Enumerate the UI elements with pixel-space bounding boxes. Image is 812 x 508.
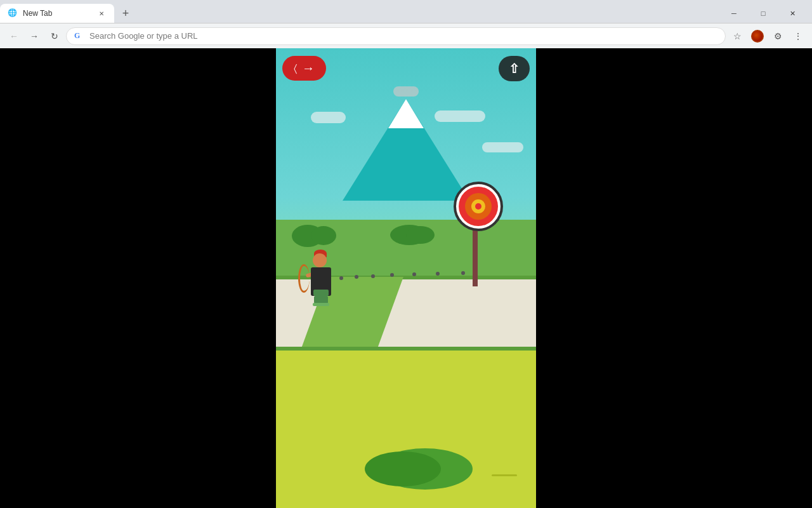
cloud-1 (311, 112, 346, 123)
bottom-line-decoration (492, 474, 517, 476)
tab-favicon: 🌐 (8, 8, 18, 18)
trajectory-dot-4 (371, 274, 375, 278)
mountain-snow (388, 99, 424, 128)
archer-body (311, 267, 331, 296)
tab-bar: 🌐 New Tab ✕ + ─ □ ✕ (0, 0, 812, 23)
distance-bar (393, 86, 419, 97)
up-indicator-button[interactable]: ⇧ (499, 56, 530, 81)
bush-2 (311, 226, 336, 245)
active-tab[interactable]: 🌐 New Tab ✕ (0, 4, 114, 23)
target-center (475, 203, 481, 210)
minimize-button[interactable]: ─ (719, 4, 749, 23)
toolbar: ← → ↻ G Search Google or type a URL ☆ ⚙ … (0, 23, 812, 48)
trajectory-dot-5 (390, 273, 394, 277)
trajectory-dot-7 (436, 272, 440, 276)
trajectory-dot-3 (355, 275, 358, 279)
arrow-indicator-button[interactable]: 〈 → (282, 56, 326, 81)
trajectory-dot-2 (339, 276, 343, 280)
distance-pill (393, 86, 419, 97)
target (454, 182, 503, 231)
archer-character (311, 267, 331, 296)
page-content: 〈 → ⇧ (0, 48, 812, 508)
back-button[interactable]: ← (5, 27, 23, 45)
maximize-button[interactable]: □ (749, 4, 778, 23)
trajectory-dot-6 (412, 272, 416, 276)
target-ring-3 (471, 199, 485, 213)
tab-title: New Tab (23, 9, 91, 18)
bush-bottom-2 (365, 451, 441, 486)
forward-button[interactable]: → (25, 27, 43, 45)
browser-chrome: 🌐 New Tab ✕ + ─ □ ✕ ← → ↻ G Search Googl… (0, 0, 812, 48)
archer-body-detail (313, 290, 329, 296)
settings-button[interactable]: ⚙ (769, 27, 787, 45)
arrow-left-icon: 〈 (294, 63, 297, 74)
cloud-2 (435, 110, 485, 122)
up-direction-indicator[interactable]: ⇧ (499, 56, 530, 81)
bush-4 (406, 226, 435, 244)
target-ring-2 (465, 193, 492, 220)
archer-feet (313, 303, 329, 306)
target-ring-1 (459, 187, 498, 226)
cloud-3 (482, 142, 523, 152)
trajectory-dot-8 (461, 271, 465, 275)
window-controls: ─ □ ✕ (719, 4, 812, 23)
reload-button[interactable]: ↻ (46, 27, 63, 45)
address-bar[interactable]: G Search Google or type a URL (66, 27, 726, 45)
address-text: Search Google or type a URL (89, 31, 198, 41)
google-logo: G (74, 31, 84, 41)
menu-button[interactable]: ⋮ (789, 27, 807, 45)
archer-head (313, 253, 327, 267)
tab-close-button[interactable]: ✕ (96, 8, 107, 18)
close-button[interactable]: ✕ (778, 4, 807, 23)
archer-bow (298, 264, 310, 293)
extension-icon[interactable] (749, 27, 766, 45)
arrow-right-icon: → (302, 61, 315, 76)
extension-badge (751, 30, 764, 43)
game-container[interactable]: 〈 → ⇧ (276, 48, 536, 508)
bookmark-button[interactable]: ☆ (728, 27, 746, 45)
up-arrow-icon: ⇧ (509, 61, 520, 76)
new-tab-button[interactable]: + (117, 4, 134, 22)
arrow-direction-indicator[interactable]: 〈 → (282, 56, 326, 81)
toolbar-right: ☆ ⚙ ⋮ (728, 27, 807, 45)
